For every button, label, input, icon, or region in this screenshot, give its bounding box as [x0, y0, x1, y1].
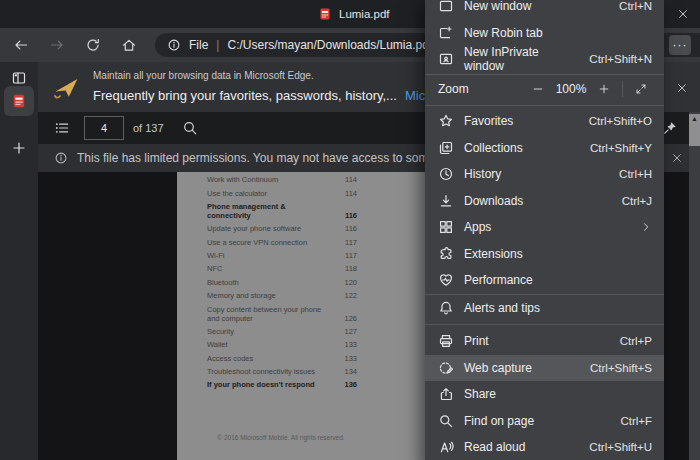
settings-and-more-button[interactable]: ···	[669, 35, 691, 55]
menu-item-shortcut: Ctrl+H	[619, 168, 652, 180]
toc-entry-label: NFC	[207, 264, 329, 273]
menu-item-new-robin-tab[interactable]: New Robin tab	[425, 20, 664, 47]
toc-row: Update your phone software116	[207, 222, 357, 235]
menu-item-shortcut: Ctrl+N	[619, 0, 652, 12]
menu-item-label: Downloads	[464, 194, 523, 208]
menu-item-favorites[interactable]: FavoritesCtrl+Shift+O	[425, 108, 664, 135]
page-number-input[interactable]	[84, 116, 124, 140]
menu-item-collections[interactable]: CollectionsCtrl+Shift+Y	[425, 135, 664, 162]
tab-actions-icon	[11, 70, 27, 86]
extensions-icon	[438, 246, 454, 262]
pdf-search-button[interactable]	[178, 116, 202, 140]
toc-entry-page: 126	[344, 314, 357, 323]
refresh-icon	[85, 37, 101, 53]
menu-item-web-capture[interactable]: Web captureCtrl+Shift+S	[425, 355, 664, 382]
menu-item-shortcut: Ctrl+F	[620, 415, 652, 427]
scrollbar-up-icon[interactable]: ▲	[689, 115, 700, 123]
toc-row: Phone management &connectivity116	[207, 200, 357, 222]
zoom-out-button[interactable]	[527, 78, 549, 100]
menu-item-label: Extensions	[464, 247, 523, 261]
toc-entry-label: Use the calculator	[207, 189, 329, 198]
toc-entry-label: Work with Continuum	[207, 175, 329, 184]
menu-item-label: Share	[464, 387, 496, 401]
vertical-tab-strip	[0, 62, 38, 460]
menu-item-new-window[interactable]: New windowCtrl+N	[425, 0, 664, 20]
menu-item-shortcut: Ctrl+Shift+Y	[590, 142, 652, 154]
toc-entry-page: 133	[344, 354, 357, 363]
menu-divider	[425, 105, 664, 106]
info-icon	[54, 151, 68, 165]
refresh-button[interactable]	[78, 31, 108, 59]
menu-item-label: Print	[464, 334, 489, 348]
menu-item-label: Collections	[464, 141, 523, 155]
toc-entry-page: 118	[345, 264, 357, 273]
active-tab-favicon-button[interactable]	[4, 86, 34, 116]
menu-item-read-aloud[interactable]: Read aloudCtrl+Shift+U	[425, 434, 664, 460]
menu-item-label: New InPrivate window	[464, 45, 579, 73]
menu-item-alerts-and-tips[interactable]: Alerts and tips	[425, 295, 664, 322]
menu-item-print[interactable]: PrintCtrl+P	[425, 328, 664, 355]
vertical-scrollbar[interactable]: ▲	[689, 112, 700, 460]
toc-entry-page: 116	[345, 224, 357, 233]
window-close-button[interactable]	[671, 3, 695, 25]
toc-entry-label: Update your phone software	[207, 224, 329, 233]
history-icon	[438, 166, 454, 182]
read-aloud-icon	[438, 439, 454, 455]
menu-item-shortcut: Ctrl+Shift+U	[589, 441, 652, 453]
new-tab-button[interactable]	[3, 134, 35, 162]
menu-item-label: Alerts and tips	[464, 301, 540, 315]
home-button[interactable]	[114, 31, 144, 59]
permissions-close-button[interactable]	[665, 150, 681, 166]
forward-button[interactable]	[42, 31, 72, 59]
banner-close-button[interactable]	[674, 80, 690, 96]
toc-entry-page: 120	[344, 278, 357, 287]
toc-row: NFC118	[207, 262, 357, 275]
toc-entry-page: 114	[345, 175, 357, 184]
toc-entry-page: 133	[344, 340, 357, 349]
info-icon[interactable]	[167, 38, 181, 52]
menu-item-new-inprivate-window[interactable]: New InPrivate windowCtrl+Shift+N	[425, 46, 664, 73]
menu-item-share[interactable]: Share	[425, 381, 664, 408]
toc-row: Work with Continuum114	[207, 173, 357, 186]
toc-row: Bluetooth120	[207, 276, 357, 289]
plus-icon	[598, 83, 610, 95]
toc-entry-label: Bluetooth	[207, 278, 329, 287]
menu-item-label: Read aloud	[464, 440, 525, 454]
menu-item-extensions[interactable]: Extensions	[425, 241, 664, 268]
web-capture-icon	[438, 360, 454, 376]
toc-row: Security127	[207, 325, 357, 338]
table-of-contents-button[interactable]	[50, 116, 74, 140]
apps-icon	[438, 219, 454, 235]
address-scheme: File	[189, 38, 208, 52]
pdf-page-footer: © 2016 Microsoft Mobile. All rights rese…	[201, 434, 361, 441]
menu-item-downloads[interactable]: DownloadsCtrl+J	[425, 188, 664, 215]
menu-item-performance[interactable]: Performance	[425, 267, 664, 294]
search-icon	[182, 120, 198, 136]
zoom-in-button[interactable]	[593, 78, 615, 100]
menu-item-history[interactable]: HistoryCtrl+H	[425, 161, 664, 188]
toc-row: Copy content between your phoneand compu…	[207, 302, 357, 324]
zoom-label: Zoom	[438, 82, 469, 96]
toc-row: Wallet133	[207, 338, 357, 351]
pdf-toc: Work with Continuum114Use the calculator…	[207, 173, 357, 392]
menu-divider	[425, 74, 664, 75]
menu-item-find-on-page[interactable]: Find on pageCtrl+F	[425, 408, 664, 435]
address-url: C:/Users/mayan/Downloads/Lumia.pdf	[227, 38, 432, 52]
close-icon	[677, 8, 689, 20]
toc-entry-page: 116	[345, 211, 357, 220]
toc-row: If your phone doesn't respond136	[207, 378, 357, 391]
expand-icon	[635, 83, 647, 95]
close-icon	[676, 82, 688, 94]
toc-entry-label: If your phone doesn't respond	[207, 380, 329, 389]
new-tab-icon	[438, 25, 454, 41]
fullscreen-button[interactable]	[630, 78, 652, 100]
find-icon	[438, 413, 454, 429]
toc-entry-page: 136	[344, 380, 357, 389]
toc-entry-page: 127	[344, 327, 357, 336]
toc-entry-label: Copy content between your phoneand compu…	[207, 305, 329, 323]
back-button[interactable]	[6, 31, 36, 59]
downloads-icon	[438, 193, 454, 209]
banner-line1: Maintain all your browsing data in Micro…	[93, 70, 314, 81]
menu-divider	[425, 324, 664, 325]
menu-item-apps[interactable]: Apps	[425, 214, 664, 241]
